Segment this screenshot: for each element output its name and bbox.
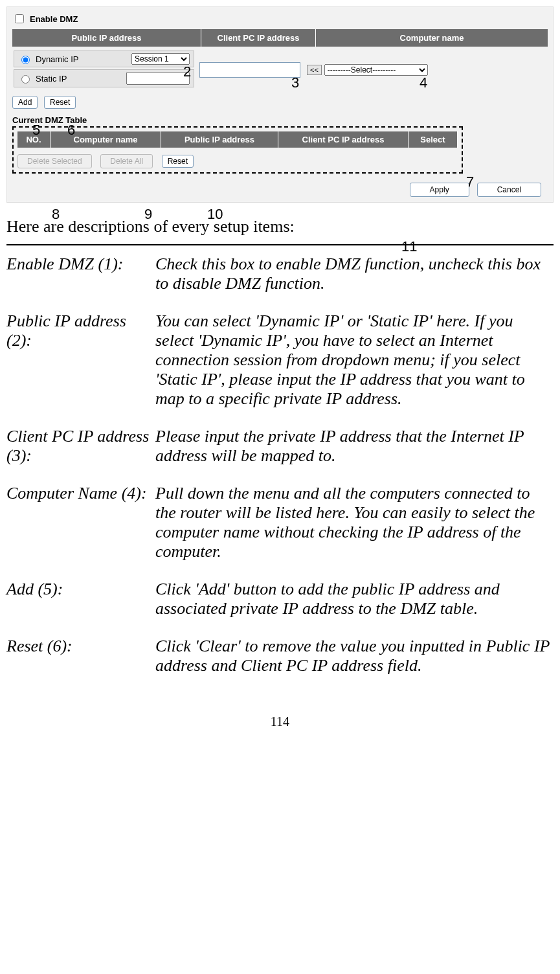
item-text-6: Click 'Clear' to remove the value you in… [155, 637, 554, 675]
reset-button[interactable]: Reset [44, 96, 76, 109]
item-text-3: Please input the private IP address that… [155, 427, 554, 466]
table-reset-button[interactable]: Reset [162, 155, 194, 168]
intro-text: Here are descriptions of every setup ite… [6, 217, 560, 236]
static-ip-input[interactable] [126, 72, 190, 85]
client-pc-ip-input[interactable] [199, 62, 300, 78]
dynamic-ip-radio[interactable] [21, 56, 30, 64]
header-computer-name: Computer name [316, 29, 548, 47]
item-label-3: Client PC IP address (3): [6, 427, 155, 466]
item-label-2: Public IP address (2): [6, 311, 155, 409]
callout-6: 6 [67, 122, 75, 139]
add-button[interactable]: Add [12, 96, 38, 109]
callout-7: 7 [466, 174, 474, 190]
header-public-ip: Public IP address [12, 29, 201, 47]
header-client-pc: Client PC IP address [201, 29, 316, 47]
callout-11: 11 [401, 238, 417, 255]
static-ip-label: Static IP [36, 74, 67, 84]
page-number: 114 [0, 714, 560, 742]
delete-all-button[interactable]: Delete All [100, 154, 153, 168]
th-public-ip: Public IP address [161, 131, 278, 148]
item-label-1: Enable DMZ (1): [6, 255, 155, 293]
item-text-5: Click 'Add' button to add the public IP … [155, 580, 554, 618]
assign-arrow-button[interactable]: << [307, 65, 322, 75]
dmz-table-title: Current DMZ Table [12, 115, 548, 125]
callout-4: 4 [420, 74, 427, 91]
item-label-6: Reset (6): [6, 637, 155, 675]
callout-8: 8 [52, 206, 60, 223]
item-text-2: You can select 'Dynamic IP' or 'Static I… [155, 311, 554, 409]
cancel-button[interactable]: Cancel [477, 183, 541, 197]
separator [6, 244, 554, 245]
callout-3: 3 [291, 74, 299, 91]
item-label-4: Computer Name (4): [6, 484, 155, 561]
apply-button[interactable]: Apply [410, 183, 469, 197]
dmz-table-container: NO. Computer name Public IP address Clie… [12, 126, 463, 174]
dynamic-ip-label: Dynamic IP [36, 54, 78, 64]
enable-dmz-checkbox[interactable] [15, 14, 24, 23]
item-text-1: Check this box to enable DMZ function, u… [155, 255, 554, 293]
item-label-5: Add (5): [6, 580, 155, 618]
item-text-4: Pull down the menu and all the computers… [155, 484, 554, 561]
callout-2: 2 [183, 63, 191, 80]
th-select: Select [409, 131, 458, 148]
static-ip-radio[interactable] [21, 75, 30, 84]
callout-5: 5 [32, 122, 40, 139]
enable-dmz-label: Enable DMZ [30, 14, 78, 24]
session-select[interactable]: Session 1 [131, 53, 190, 65]
callout-10: 10 [207, 206, 223, 223]
delete-selected-button[interactable]: Delete Selected [17, 154, 92, 168]
column-headers: Public IP address Client PC IP address C… [12, 29, 548, 47]
computer-name-select[interactable]: ---------Select--------- [324, 64, 428, 76]
callout-9: 9 [144, 206, 152, 223]
th-client-pc-ip: Client PC IP address [278, 131, 409, 148]
